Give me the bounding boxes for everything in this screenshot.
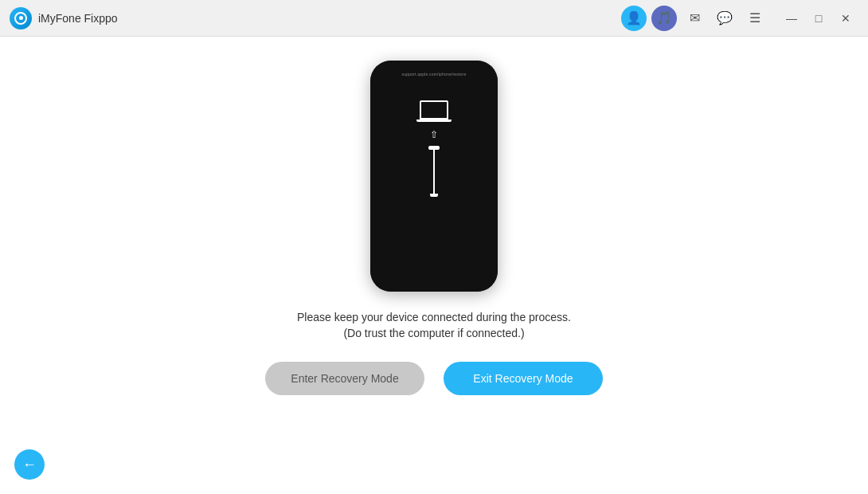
back-arrow-icon: ← xyxy=(22,457,37,473)
recovery-graphic: ⇧ xyxy=(416,100,452,197)
phone-illustration: support.apple.com/iphone/restore ⇧ xyxy=(370,61,498,292)
app-title: iMyFone Fixppo xyxy=(38,12,118,25)
search-music-icon: 🎵 xyxy=(656,10,672,25)
titlebar-left: iMyFone Fixppo xyxy=(10,7,118,29)
user-icon-button[interactable]: 👤 xyxy=(621,6,647,31)
menu-button[interactable]: ☰ xyxy=(742,6,768,31)
user-icon: 👤 xyxy=(626,10,642,25)
chat-icon: 💬 xyxy=(717,10,733,25)
buttons-row: Enter Recovery Mode Exit Recovery Mode xyxy=(265,362,603,395)
instruction-text: Please keep your device connected during… xyxy=(297,311,571,339)
window-controls: — □ ✕ xyxy=(779,6,858,31)
laptop-icon xyxy=(416,100,452,122)
mail-button[interactable]: ✉ xyxy=(682,6,707,31)
app-icon xyxy=(10,7,32,29)
close-button[interactable]: ✕ xyxy=(833,6,858,31)
arrow-up-icon: ⇧ xyxy=(430,130,438,139)
cable-connector-bottom xyxy=(430,194,438,197)
chat-button[interactable]: 💬 xyxy=(712,6,737,31)
app-icon-inner xyxy=(14,12,27,25)
laptop-screen-shape xyxy=(420,100,448,120)
back-button[interactable]: ← xyxy=(14,449,45,480)
mail-icon: ✉ xyxy=(690,10,700,25)
exit-recovery-mode-button[interactable]: Exit Recovery Mode xyxy=(444,362,603,395)
phone-url-bar: support.apple.com/iphone/restore xyxy=(402,72,467,76)
cable-line xyxy=(433,150,435,194)
menu-icon: ☰ xyxy=(749,10,760,25)
enter-recovery-mode-button[interactable]: Enter Recovery Mode xyxy=(265,362,424,395)
cable-icon xyxy=(428,146,440,197)
maximize-button[interactable]: □ xyxy=(806,6,831,31)
phone-screen: support.apple.com/iphone/restore ⇧ xyxy=(370,61,498,292)
titlebar-right: 👤 🎵 ✉ 💬 ☰ — □ ✕ xyxy=(621,6,858,31)
phone-body: support.apple.com/iphone/restore ⇧ xyxy=(370,61,498,292)
minimize-button[interactable]: — xyxy=(779,6,804,31)
instruction-line1: Please keep your device connected during… xyxy=(297,311,571,323)
laptop-base-shape xyxy=(416,120,452,122)
instruction-line2: (Do trust the computer if connected.) xyxy=(297,327,571,339)
search-upgrade-button[interactable]: 🎵 xyxy=(651,6,677,31)
titlebar: iMyFone Fixppo 👤 🎵 ✉ 💬 ☰ — □ ✕ xyxy=(0,0,868,37)
main-content: support.apple.com/iphone/restore ⇧ xyxy=(0,37,868,494)
